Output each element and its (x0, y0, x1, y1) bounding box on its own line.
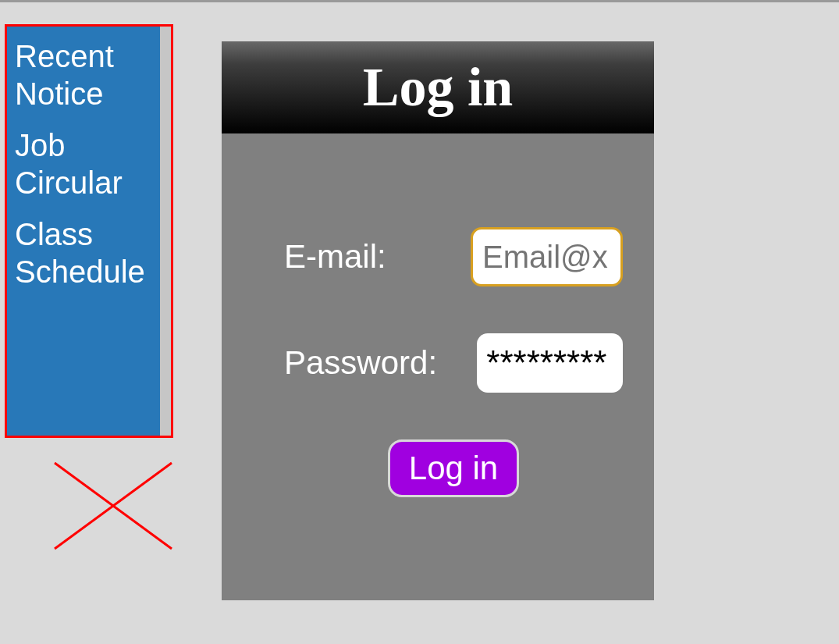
login-button[interactable]: Log in (388, 439, 519, 497)
login-header: Log in (222, 41, 654, 133)
sidebar-item-class-schedule[interactable]: Class Schedule (15, 215, 152, 290)
email-field[interactable] (471, 227, 623, 286)
password-label: Password: (284, 344, 477, 382)
login-form: E-mail: Password: ********* Log in (222, 133, 654, 497)
sidebar-item-recent-notice[interactable]: Recent Notice (15, 37, 152, 112)
close-icon[interactable] (47, 455, 180, 557)
email-label: E-mail: (284, 238, 471, 276)
password-row: Password: ********* (284, 333, 623, 393)
email-row: E-mail: (284, 227, 623, 286)
password-field[interactable]: ********* (477, 333, 623, 393)
login-panel: Log in E-mail: Password: ********* Log i… (222, 41, 654, 600)
sidebar-item-job-circular[interactable]: Job Circular (15, 126, 152, 201)
sidebar-container: Recent Notice Job Circular Class Schedul… (5, 24, 173, 438)
sidebar: Recent Notice Job Circular Class Schedul… (7, 27, 160, 436)
login-title: Log in (363, 56, 514, 119)
